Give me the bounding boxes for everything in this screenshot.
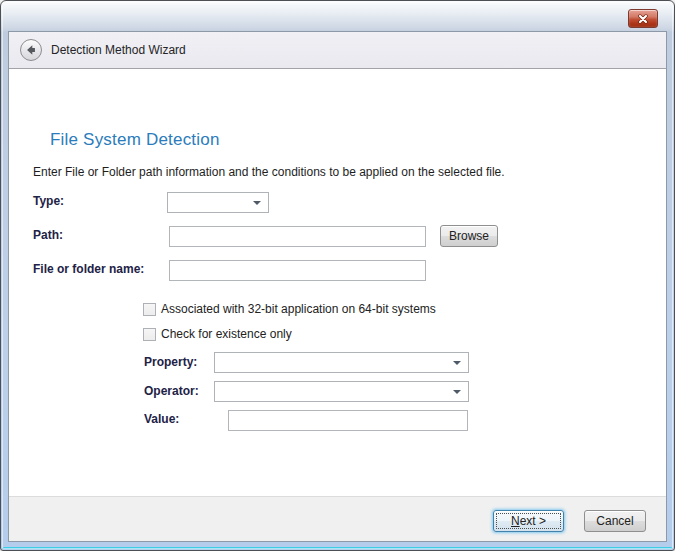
type-dropdown[interactable] <box>167 192 269 213</box>
footer-button-bar: Next > Cancel <box>9 496 666 541</box>
chevron-down-icon <box>253 201 261 205</box>
operator-dropdown[interactable] <box>214 381 469 402</box>
window-frame-shine <box>3 547 672 549</box>
type-dropdown-value <box>172 193 250 212</box>
close-button[interactable] <box>628 9 658 28</box>
path-label: Path: <box>33 228 63 243</box>
arrow-left-icon <box>24 43 38 57</box>
property-dropdown-value <box>219 353 450 372</box>
cancel-button[interactable]: Cancel <box>584 510 646 532</box>
chevron-down-icon <box>453 390 461 394</box>
property-dropdown[interactable] <box>214 352 469 373</box>
checkbox-existence-only-label: Check for existence only <box>161 327 292 342</box>
wizard-title: Detection Method Wizard <box>51 32 186 69</box>
page-content: File System Detection Enter File or Fold… <box>9 70 666 496</box>
page-title: File System Detection <box>50 130 220 150</box>
property-label: Property: <box>144 355 197 370</box>
value-input[interactable] <box>228 410 468 431</box>
dialog-client-area: Detection Method Wizard File System Dete… <box>8 31 667 542</box>
operator-label: Operator: <box>144 384 199 399</box>
next-button[interactable]: Next > <box>493 510 564 532</box>
path-input[interactable] <box>169 226 426 247</box>
next-button-label-rest: ext > <box>520 514 546 528</box>
page-description: Enter File or Folder path information an… <box>33 165 505 179</box>
chevron-down-icon <box>453 361 461 365</box>
type-label: Type: <box>33 194 64 209</box>
checkbox-32bit[interactable] <box>143 303 156 316</box>
file-folder-name-input[interactable] <box>169 260 426 281</box>
close-icon <box>637 14 649 24</box>
next-button-accesskey: N <box>511 514 520 528</box>
checkbox-32bit-label: Associated with 32-bit application on 64… <box>161 302 436 317</box>
detection-method-wizard-window: Detection Method Wizard File System Dete… <box>0 0 675 551</box>
browse-button[interactable]: Browse <box>440 225 498 247</box>
checkbox-existence-only[interactable] <box>143 328 156 341</box>
back-button[interactable] <box>20 39 42 61</box>
value-label: Value: <box>144 412 179 427</box>
operator-dropdown-value <box>219 382 450 401</box>
wizard-header: Detection Method Wizard <box>9 32 666 69</box>
file-folder-name-label: File or folder name: <box>33 262 144 277</box>
